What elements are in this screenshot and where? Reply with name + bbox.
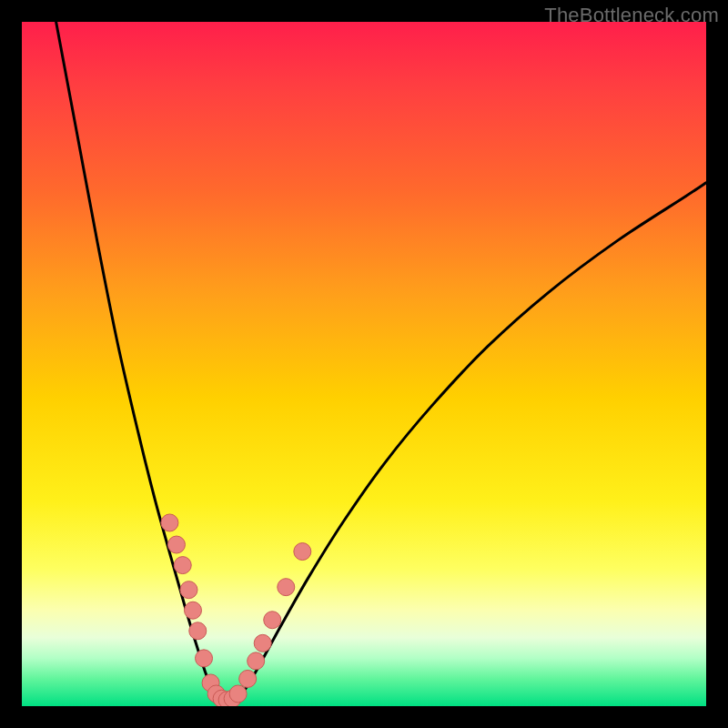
highlight-dot <box>196 650 213 667</box>
highlight-dot <box>180 581 197 599</box>
bottleneck-curve <box>56 22 706 703</box>
highlight-dot <box>264 612 281 629</box>
highlight-dot <box>161 514 178 531</box>
outer-frame: TheBottleneck.com <box>0 0 728 728</box>
chart-svg <box>22 22 706 706</box>
watermark-label: TheBottleneck.com <box>544 4 719 27</box>
highlight-dot <box>239 670 257 687</box>
curve-layer <box>56 22 706 703</box>
plot-area <box>22 22 706 706</box>
highlight-dot <box>294 543 311 561</box>
highlight-dot <box>278 579 295 596</box>
highlight-dot <box>229 685 247 703</box>
highlight-dot <box>167 536 185 553</box>
highlight-dot <box>254 634 271 652</box>
highlight-dot <box>189 622 207 640</box>
highlight-dot <box>174 557 191 574</box>
highlight-dot <box>248 652 265 670</box>
highlight-dot <box>185 602 202 619</box>
